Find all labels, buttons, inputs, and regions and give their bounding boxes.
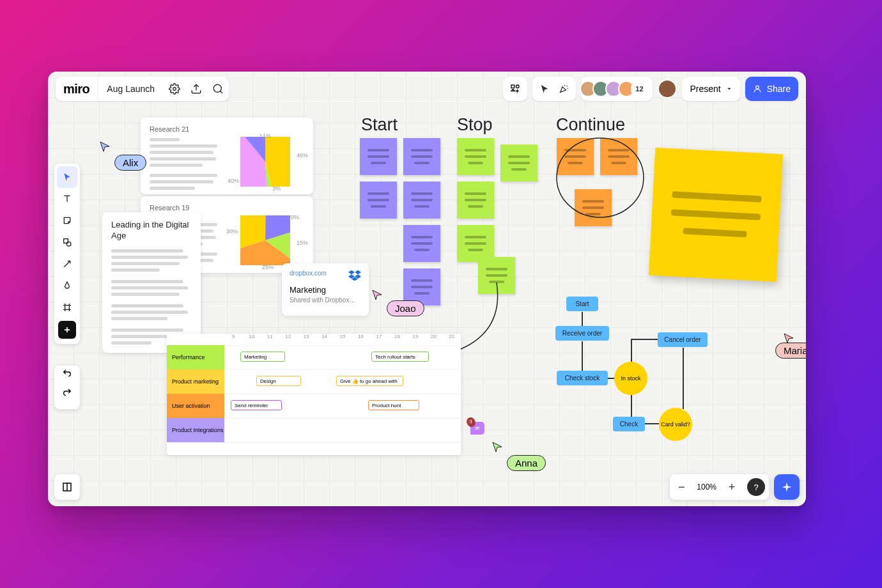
timeline-bar[interactable]: Design	[256, 376, 301, 386]
sticky-note-large[interactable]	[649, 148, 783, 282]
chevron-down-icon	[726, 86, 732, 92]
current-user-avatar[interactable]	[658, 79, 677, 98]
sticky-note[interactable]	[457, 138, 494, 175]
timeline-bar[interactable]: Send reminder	[231, 400, 282, 410]
redo-button[interactable]	[62, 387, 72, 406]
document-card[interactable]: Leading in the Digital Age	[102, 212, 201, 353]
collaboration-cursor	[491, 441, 503, 453]
undo-redo-rail	[54, 366, 80, 409]
pointer-mode-button[interactable]	[536, 78, 553, 100]
freehand-circle	[554, 133, 647, 232]
zoom-control: − 100% + ?	[670, 474, 769, 500]
sticky-note[interactable]	[500, 144, 538, 182]
board-title[interactable]: Aug Launch	[98, 84, 164, 94]
apps-button[interactable]	[503, 77, 527, 101]
reactions-button[interactable]	[555, 78, 572, 100]
sticky-note[interactable]	[403, 225, 440, 262]
share-label: Share	[767, 84, 791, 94]
sticky-icon	[62, 215, 72, 226]
collaborators-panel[interactable]: 12	[581, 77, 653, 101]
flow-node[interactable]: Receive order	[555, 326, 609, 341]
zoom-in-button[interactable]: +	[720, 474, 743, 500]
text-icon	[62, 194, 72, 204]
comment-indicator[interactable]: 3	[470, 422, 484, 435]
sticky-note[interactable]	[457, 182, 494, 219]
confetti-icon	[559, 84, 569, 94]
text-tool[interactable]	[57, 188, 77, 210]
zoom-level[interactable]: 100%	[693, 483, 720, 491]
svg-line-3	[220, 91, 222, 93]
search-icon	[212, 83, 224, 95]
timeline-row-label: Performance	[167, 345, 224, 369]
percent-label: 40%	[228, 178, 239, 184]
present-label: Present	[690, 84, 720, 94]
settings-button[interactable]	[164, 78, 185, 100]
svg-rect-4	[511, 85, 514, 88]
timeline-header: 9101112131415161718192021	[224, 334, 461, 345]
avatar-stack: 12	[584, 81, 647, 97]
gear-icon	[169, 83, 180, 95]
zoom-out-button[interactable]: −	[670, 474, 693, 500]
dropbox-title: Marketing	[290, 285, 361, 295]
percent-label: 46%	[297, 152, 308, 159]
search-button[interactable]	[207, 78, 229, 100]
dropbox-card[interactable]: dropbox.com Marketing Shared with Dropbo…	[282, 263, 369, 316]
document-title: Leading in the Digital Age	[111, 220, 192, 242]
help-button[interactable]: ?	[747, 478, 765, 496]
timeline-row-label: User activation	[167, 394, 224, 418]
pointer-icon	[62, 172, 72, 182]
timeline-card[interactable]: 9101112131415161718192021 Performance Pr…	[167, 334, 461, 455]
percent-label: 11%	[259, 133, 271, 139]
shape-tool[interactable]	[57, 231, 77, 253]
frames-panel-button[interactable]	[54, 474, 80, 500]
arrow-tool[interactable]	[57, 253, 77, 275]
undo-button[interactable]	[62, 368, 72, 387]
person-icon	[753, 84, 762, 93]
present-button[interactable]: Present	[682, 77, 739, 101]
sticky-note[interactable]	[403, 182, 440, 219]
undo-icon	[62, 368, 72, 378]
timeline-bar[interactable]: Marketing	[240, 352, 285, 362]
pie-chart-icon	[240, 137, 290, 187]
svg-point-0	[173, 88, 176, 91]
sticky-note[interactable]	[360, 138, 397, 175]
dropbox-subtitle: Shared with Dropbox…	[290, 297, 361, 304]
percent-label: 30%	[226, 228, 238, 235]
whiteboard-app: miro Aug Launch	[48, 72, 806, 506]
flow-node[interactable]: Check	[613, 417, 645, 431]
timeline-bar[interactable]: Tech rollout starts	[371, 352, 429, 362]
svg-point-8	[66, 242, 71, 246]
export-button[interactable]	[185, 78, 207, 100]
ai-assist-button[interactable]	[774, 474, 800, 500]
research-title: Research 21	[150, 125, 304, 133]
sticky-note[interactable]	[360, 182, 397, 219]
pen-tool[interactable]	[57, 275, 77, 297]
top-bar: miro Aug Launch	[48, 72, 806, 106]
app-logo[interactable]: miro	[56, 77, 98, 101]
sticky-note[interactable]	[403, 138, 440, 175]
timeline-bar[interactable]: Product hunt	[368, 400, 419, 410]
cursor-label-alix: Alix	[114, 155, 146, 171]
flow-node[interactable]: Start	[566, 297, 598, 311]
avatar-overflow-count[interactable]: 12	[631, 81, 647, 97]
percent-label: 20%	[288, 214, 299, 220]
percent-label: 25%	[262, 264, 274, 270]
timeline-bar[interactable]: Give 👍 to go ahead with	[336, 376, 403, 386]
select-tool[interactable]	[57, 166, 77, 188]
dropbox-domain: dropbox.com	[290, 270, 327, 277]
cursor-icon	[539, 84, 550, 94]
flow-decision[interactable]: Card valid?	[659, 408, 692, 441]
share-button[interactable]: Share	[745, 77, 798, 101]
sparkle-icon	[781, 481, 793, 493]
flow-node[interactable]: Cancel order	[658, 332, 708, 347]
shapes-plus-icon	[510, 84, 520, 94]
sticky-tool[interactable]	[57, 210, 77, 231]
frame-tool[interactable]	[57, 297, 77, 318]
percent-label: 3%	[272, 185, 281, 192]
flow-decision[interactable]: In stock	[614, 362, 647, 395]
column-heading-continue: Continue	[556, 115, 625, 135]
research-card-1[interactable]: Research 21 11% 46% 3% 40%	[141, 118, 313, 194]
flow-node[interactable]: Check stock	[557, 371, 608, 385]
cursor-label-joao: Joao	[387, 300, 424, 316]
more-tools-button[interactable]	[58, 321, 76, 339]
